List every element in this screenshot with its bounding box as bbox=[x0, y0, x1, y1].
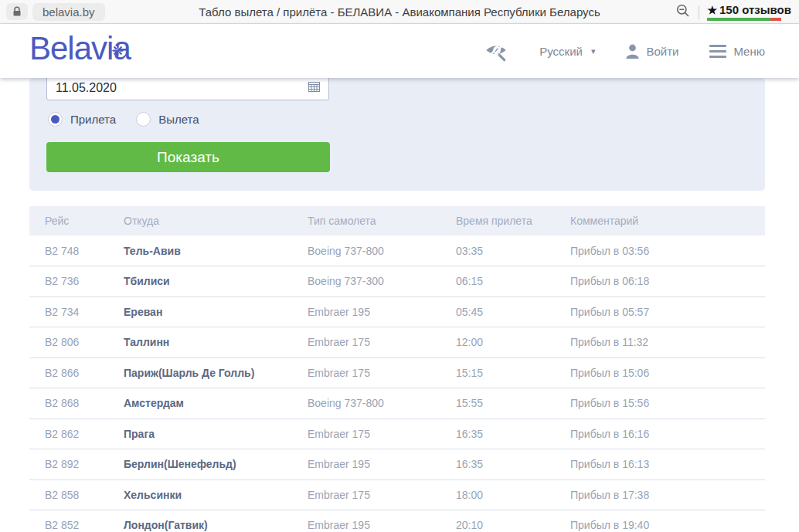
cell-time: 18:00 bbox=[440, 479, 555, 510]
table-row: B2 734 Ереван Embraer 195 05:45 Прибыл в… bbox=[29, 296, 765, 327]
cell-aircraft: Boeing 737-300 bbox=[292, 266, 440, 297]
show-button[interactable]: Показать bbox=[46, 142, 330, 172]
cell-aircraft: Embraer 175 bbox=[292, 327, 440, 358]
radio-arrivals-circle[interactable] bbox=[48, 112, 63, 127]
cell-time: 12:00 bbox=[440, 327, 555, 358]
cell-time: 03:35 bbox=[440, 236, 555, 266]
board-type-radios: Прилета Вылета bbox=[48, 112, 199, 127]
browser-bar: belavia.by Табло вылета / прилёта - БЕЛА… bbox=[0, 0, 799, 24]
cell-flight: B2 806 bbox=[29, 327, 108, 358]
cell-time: 05:45 bbox=[440, 296, 555, 327]
cell-origin: Ереван bbox=[108, 296, 292, 327]
table-row: B2 736 Тбилиси Boeing 737-300 06:15 Приб… bbox=[29, 266, 765, 297]
page: belavia.by Табло вылета / прилёта - БЕЛА… bbox=[0, 0, 799, 532]
language-label: Русский bbox=[539, 45, 583, 58]
cell-origin: Берлин(Шенефельд) bbox=[108, 449, 292, 480]
cell-time: 06:15 bbox=[440, 266, 555, 297]
flower-icon bbox=[112, 28, 124, 63]
calendar-icon[interactable] bbox=[308, 81, 320, 95]
flight-board-form: Прилета Вылета Показать bbox=[29, 78, 765, 191]
cell-aircraft: Embraer 195 bbox=[292, 510, 440, 532]
cell-aircraft: Embraer 175 bbox=[292, 479, 440, 510]
radio-arrivals[interactable]: Прилета bbox=[48, 112, 116, 127]
reviews-count: 150 отзывов bbox=[719, 3, 791, 16]
cell-comment: Прибыл в 16:13 bbox=[555, 449, 765, 480]
cell-time: 15:55 bbox=[440, 388, 555, 419]
language-selector[interactable]: Русский ▾ bbox=[539, 45, 595, 58]
reviews-widget[interactable]: ★ 150 отзывов bbox=[707, 3, 794, 21]
cell-flight: B2 748 bbox=[29, 236, 108, 266]
radio-departures-label: Вылета bbox=[158, 113, 199, 126]
table-row: B2 868 Амстердам Boeing 737-800 15:55 Пр… bbox=[29, 388, 765, 419]
cell-comment: Прибыл в 06:18 bbox=[555, 266, 765, 297]
col-origin: Откуда bbox=[108, 206, 292, 236]
cell-origin: Хельсинки bbox=[108, 479, 292, 510]
cell-origin: Амстердам bbox=[108, 388, 292, 419]
col-aircraft: Тип самолета bbox=[292, 206, 440, 236]
cell-aircraft: Embraer 195 bbox=[292, 449, 440, 480]
menu-label: Меню bbox=[733, 45, 765, 58]
arrivals-table: Рейс Откуда Тип самолета Время прилета К… bbox=[29, 206, 765, 532]
cell-origin: Таллинн bbox=[108, 327, 292, 358]
cell-flight: B2 852 bbox=[29, 510, 108, 532]
chevron-down-icon: ▾ bbox=[591, 46, 596, 56]
radio-departures-circle[interactable] bbox=[136, 112, 151, 127]
cell-flight: B2 868 bbox=[29, 388, 108, 419]
cell-aircraft: Embraer 175 bbox=[292, 357, 440, 388]
table-row: B2 866 Париж(Шарль Де Голль) Embraer 175… bbox=[29, 357, 765, 388]
cell-comment: Прибыл в 16:16 bbox=[555, 418, 765, 449]
login-label: Войти bbox=[646, 45, 678, 58]
cell-aircraft: Embraer 195 bbox=[292, 296, 440, 327]
user-icon bbox=[626, 44, 639, 59]
table-row: B2 892 Берлин(Шенефельд) Embraer 195 16:… bbox=[29, 449, 765, 480]
cell-aircraft: Boeing 737-800 bbox=[292, 388, 440, 419]
date-input[interactable] bbox=[56, 81, 308, 95]
cell-flight: B2 892 bbox=[29, 449, 108, 480]
site-header: Belavia bbox=[0, 24, 799, 78]
accessibility-eye-icon[interactable] bbox=[484, 40, 508, 62]
table-header-row: Рейс Откуда Тип самолета Время прилета К… bbox=[29, 206, 765, 236]
cell-time: 16:35 bbox=[440, 449, 555, 480]
cell-origin: Тбилиси bbox=[108, 266, 292, 297]
cell-flight: B2 862 bbox=[29, 418, 108, 449]
menu-button[interactable]: Меню bbox=[709, 45, 765, 58]
date-field[interactable] bbox=[46, 76, 329, 100]
table-row: B2 852 Лондон(Гатвик) Embraer 195 20:10 … bbox=[29, 510, 765, 532]
reviews-rating-bar bbox=[707, 18, 781, 21]
divider bbox=[699, 5, 699, 19]
radio-departures[interactable]: Вылета bbox=[136, 112, 199, 127]
zoom-out-icon[interactable] bbox=[675, 3, 691, 22]
cell-aircraft: Embraer 175 bbox=[292, 418, 440, 449]
cell-comment: Прибыл в 19:40 bbox=[555, 510, 765, 532]
cell-comment: Прибыл в 15:56 bbox=[555, 388, 765, 419]
table-row: B2 858 Хельсинки Embraer 175 18:00 Прибы… bbox=[29, 479, 765, 510]
url-field[interactable]: belavia.by bbox=[32, 3, 105, 21]
cell-flight: B2 736 bbox=[29, 266, 108, 297]
col-comment: Комментарий bbox=[555, 206, 765, 236]
cell-time: 20:10 bbox=[440, 510, 555, 532]
login-button[interactable]: Войти bbox=[626, 44, 678, 59]
cell-flight: B2 858 bbox=[29, 479, 108, 510]
table-row: B2 806 Таллинн Embraer 175 12:00 Прибыл … bbox=[29, 327, 765, 358]
cell-comment: Прибыл в 17:38 bbox=[555, 479, 765, 510]
cell-flight: B2 866 bbox=[29, 357, 108, 388]
cell-origin: Лондон(Гатвик) bbox=[108, 510, 292, 532]
cell-comment: Прибыл в 05:57 bbox=[555, 296, 765, 327]
col-arrival-time: Время прилета bbox=[440, 206, 555, 236]
cell-flight: B2 734 bbox=[29, 296, 108, 327]
cell-origin: Прага bbox=[108, 418, 292, 449]
table-row: B2 748 Тель-Авив Boeing 737-800 03:35 Пр… bbox=[29, 236, 765, 266]
cell-comment: Прибыл в 03:56 bbox=[555, 236, 765, 266]
radio-arrivals-label: Прилета bbox=[70, 113, 116, 126]
cell-comment: Прибыл в 15:06 bbox=[555, 357, 765, 388]
star-icon: ★ bbox=[707, 4, 717, 16]
cell-time: 16:35 bbox=[440, 418, 555, 449]
lock-icon[interactable] bbox=[6, 3, 28, 20]
cell-aircraft: Boeing 737-800 bbox=[292, 236, 440, 266]
belavia-logo[interactable]: Belavia bbox=[29, 31, 131, 66]
cell-comment: Прибыл в 11:32 bbox=[555, 327, 765, 358]
cell-time: 15:15 bbox=[440, 357, 555, 388]
table-row: B2 862 Прага Embraer 175 16:35 Прибыл в … bbox=[29, 418, 765, 449]
col-flight: Рейс bbox=[29, 206, 108, 236]
cell-origin: Тель-Авив bbox=[108, 236, 292, 266]
